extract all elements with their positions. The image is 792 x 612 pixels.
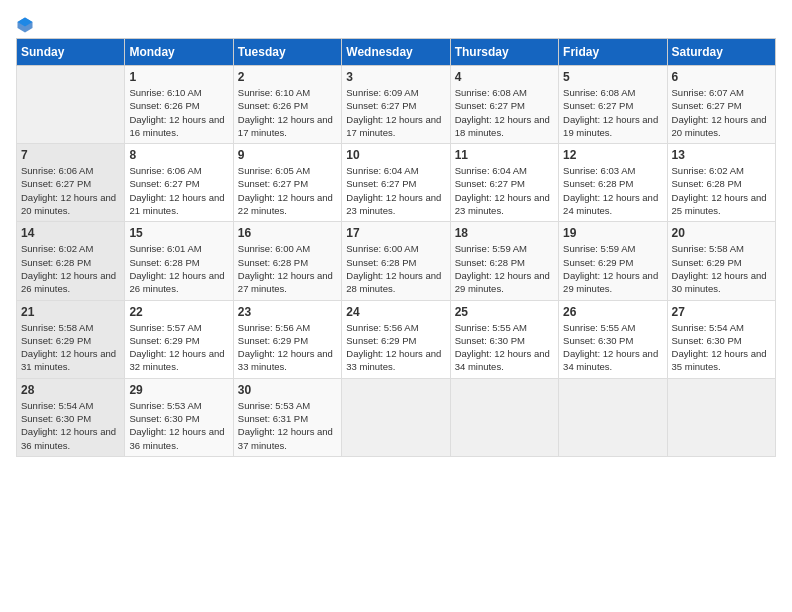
day-detail: Sunrise: 5:55 AMSunset: 6:30 PMDaylight:… [563,321,662,374]
day-detail: Sunrise: 6:02 AMSunset: 6:28 PMDaylight:… [672,164,771,217]
day-detail: Sunrise: 6:03 AMSunset: 6:28 PMDaylight:… [563,164,662,217]
header-thursday: Thursday [450,39,558,66]
day-number: 19 [563,226,662,240]
calendar-body: 1 Sunrise: 6:10 AMSunset: 6:26 PMDayligh… [17,66,776,457]
day-number: 16 [238,226,337,240]
week-row-3: 21 Sunrise: 5:58 AMSunset: 6:29 PMDaylig… [17,300,776,378]
day-number: 2 [238,70,337,84]
calendar-cell: 27 Sunrise: 5:54 AMSunset: 6:30 PMDaylig… [667,300,775,378]
day-detail: Sunrise: 6:01 AMSunset: 6:28 PMDaylight:… [129,242,228,295]
calendar-cell: 22 Sunrise: 5:57 AMSunset: 6:29 PMDaylig… [125,300,233,378]
day-detail: Sunrise: 5:56 AMSunset: 6:29 PMDaylight:… [238,321,337,374]
day-detail: Sunrise: 5:54 AMSunset: 6:30 PMDaylight:… [672,321,771,374]
day-number: 14 [21,226,120,240]
week-row-0: 1 Sunrise: 6:10 AMSunset: 6:26 PMDayligh… [17,66,776,144]
day-number: 11 [455,148,554,162]
calendar-table: SundayMondayTuesdayWednesdayThursdayFrid… [16,38,776,457]
day-number: 22 [129,305,228,319]
calendar-cell: 29 Sunrise: 5:53 AMSunset: 6:30 PMDaylig… [125,378,233,456]
day-detail: Sunrise: 5:57 AMSunset: 6:29 PMDaylight:… [129,321,228,374]
logo [16,16,38,34]
day-number: 9 [238,148,337,162]
day-detail: Sunrise: 5:54 AMSunset: 6:30 PMDaylight:… [21,399,120,452]
calendar-cell: 11 Sunrise: 6:04 AMSunset: 6:27 PMDaylig… [450,144,558,222]
header-saturday: Saturday [667,39,775,66]
calendar-cell: 30 Sunrise: 5:53 AMSunset: 6:31 PMDaylig… [233,378,341,456]
calendar-cell: 13 Sunrise: 6:02 AMSunset: 6:28 PMDaylig… [667,144,775,222]
calendar-cell: 8 Sunrise: 6:06 AMSunset: 6:27 PMDayligh… [125,144,233,222]
header-monday: Monday [125,39,233,66]
week-row-2: 14 Sunrise: 6:02 AMSunset: 6:28 PMDaylig… [17,222,776,300]
day-detail: Sunrise: 6:00 AMSunset: 6:28 PMDaylight:… [346,242,445,295]
day-detail: Sunrise: 6:04 AMSunset: 6:27 PMDaylight:… [346,164,445,217]
calendar-cell: 25 Sunrise: 5:55 AMSunset: 6:30 PMDaylig… [450,300,558,378]
calendar-cell: 14 Sunrise: 6:02 AMSunset: 6:28 PMDaylig… [17,222,125,300]
week-row-1: 7 Sunrise: 6:06 AMSunset: 6:27 PMDayligh… [17,144,776,222]
calendar-cell: 9 Sunrise: 6:05 AMSunset: 6:27 PMDayligh… [233,144,341,222]
calendar-header-row: SundayMondayTuesdayWednesdayThursdayFrid… [17,39,776,66]
day-number: 20 [672,226,771,240]
day-detail: Sunrise: 6:00 AMSunset: 6:28 PMDaylight:… [238,242,337,295]
day-number: 5 [563,70,662,84]
day-detail: Sunrise: 6:09 AMSunset: 6:27 PMDaylight:… [346,86,445,139]
day-number: 8 [129,148,228,162]
day-number: 12 [563,148,662,162]
day-detail: Sunrise: 6:08 AMSunset: 6:27 PMDaylight:… [455,86,554,139]
day-detail: Sunrise: 5:55 AMSunset: 6:30 PMDaylight:… [455,321,554,374]
calendar-cell: 19 Sunrise: 5:59 AMSunset: 6:29 PMDaylig… [559,222,667,300]
header-wednesday: Wednesday [342,39,450,66]
calendar-cell: 7 Sunrise: 6:06 AMSunset: 6:27 PMDayligh… [17,144,125,222]
calendar-cell: 26 Sunrise: 5:55 AMSunset: 6:30 PMDaylig… [559,300,667,378]
day-detail: Sunrise: 5:59 AMSunset: 6:28 PMDaylight:… [455,242,554,295]
day-detail: Sunrise: 6:07 AMSunset: 6:27 PMDaylight:… [672,86,771,139]
header-friday: Friday [559,39,667,66]
day-number: 1 [129,70,228,84]
logo-icon [16,16,34,34]
calendar-cell: 20 Sunrise: 5:58 AMSunset: 6:29 PMDaylig… [667,222,775,300]
day-number: 15 [129,226,228,240]
day-detail: Sunrise: 5:56 AMSunset: 6:29 PMDaylight:… [346,321,445,374]
day-detail: Sunrise: 5:58 AMSunset: 6:29 PMDaylight:… [672,242,771,295]
calendar-cell: 24 Sunrise: 5:56 AMSunset: 6:29 PMDaylig… [342,300,450,378]
calendar-cell [667,378,775,456]
calendar-cell: 3 Sunrise: 6:09 AMSunset: 6:27 PMDayligh… [342,66,450,144]
day-number: 26 [563,305,662,319]
day-number: 18 [455,226,554,240]
day-detail: Sunrise: 5:58 AMSunset: 6:29 PMDaylight:… [21,321,120,374]
header-sunday: Sunday [17,39,125,66]
calendar-cell: 17 Sunrise: 6:00 AMSunset: 6:28 PMDaylig… [342,222,450,300]
day-detail: Sunrise: 6:10 AMSunset: 6:26 PMDaylight:… [129,86,228,139]
day-number: 17 [346,226,445,240]
day-number: 13 [672,148,771,162]
day-number: 28 [21,383,120,397]
day-detail: Sunrise: 6:06 AMSunset: 6:27 PMDaylight:… [21,164,120,217]
calendar-cell: 4 Sunrise: 6:08 AMSunset: 6:27 PMDayligh… [450,66,558,144]
day-number: 21 [21,305,120,319]
calendar-cell: 10 Sunrise: 6:04 AMSunset: 6:27 PMDaylig… [342,144,450,222]
day-number: 7 [21,148,120,162]
day-number: 4 [455,70,554,84]
day-detail: Sunrise: 5:53 AMSunset: 6:30 PMDaylight:… [129,399,228,452]
week-row-4: 28 Sunrise: 5:54 AMSunset: 6:30 PMDaylig… [17,378,776,456]
day-number: 30 [238,383,337,397]
day-number: 27 [672,305,771,319]
day-number: 23 [238,305,337,319]
calendar-cell [559,378,667,456]
calendar-cell: 2 Sunrise: 6:10 AMSunset: 6:26 PMDayligh… [233,66,341,144]
calendar-cell: 28 Sunrise: 5:54 AMSunset: 6:30 PMDaylig… [17,378,125,456]
calendar-cell [450,378,558,456]
day-detail: Sunrise: 6:08 AMSunset: 6:27 PMDaylight:… [563,86,662,139]
calendar-cell: 21 Sunrise: 5:58 AMSunset: 6:29 PMDaylig… [17,300,125,378]
calendar-cell: 1 Sunrise: 6:10 AMSunset: 6:26 PMDayligh… [125,66,233,144]
calendar-cell: 23 Sunrise: 5:56 AMSunset: 6:29 PMDaylig… [233,300,341,378]
day-detail: Sunrise: 5:53 AMSunset: 6:31 PMDaylight:… [238,399,337,452]
day-detail: Sunrise: 5:59 AMSunset: 6:29 PMDaylight:… [563,242,662,295]
day-detail: Sunrise: 6:06 AMSunset: 6:27 PMDaylight:… [129,164,228,217]
day-number: 10 [346,148,445,162]
page-header [16,16,776,34]
day-detail: Sunrise: 6:05 AMSunset: 6:27 PMDaylight:… [238,164,337,217]
header-tuesday: Tuesday [233,39,341,66]
day-number: 3 [346,70,445,84]
day-number: 24 [346,305,445,319]
day-number: 6 [672,70,771,84]
